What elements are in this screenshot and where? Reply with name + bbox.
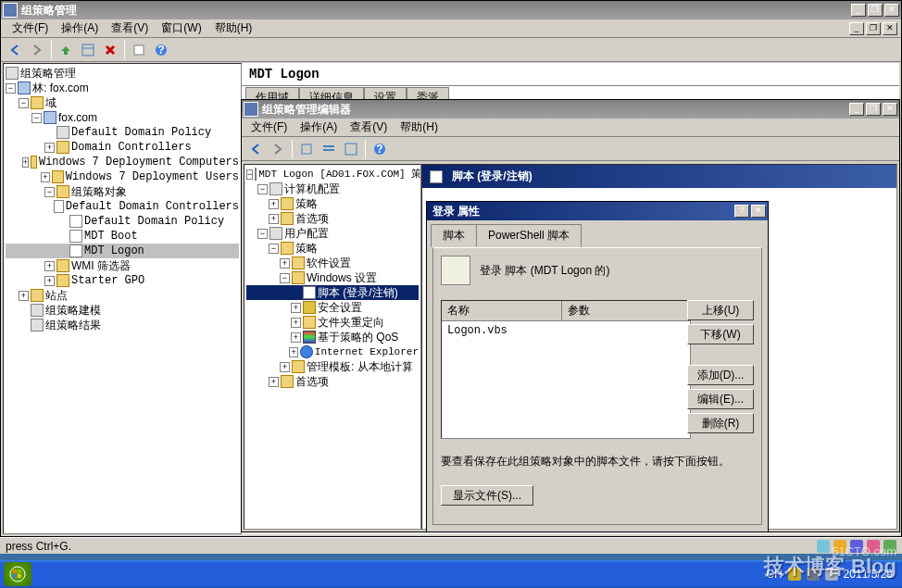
etree-admin[interactable]: +管理模板: 从本地计算: [246, 359, 419, 374]
tree-domain-fox[interactable]: −fox.com: [6, 110, 239, 125]
expand-icon[interactable]: +: [44, 143, 55, 153]
etree-qos[interactable]: +基于策略的 QoS: [246, 330, 419, 344]
tree-forest[interactable]: −林: fox.com: [6, 81, 239, 95]
editor-menu-action[interactable]: 操作(A): [294, 118, 343, 137]
dialog-title: 登录 属性: [429, 204, 734, 219]
menu-file[interactable]: 文件(F): [6, 19, 54, 38]
back-button[interactable]: [5, 40, 25, 60]
editor-minimize-button[interactable]: _: [849, 103, 864, 116]
etree-comp-prefs[interactable]: +首选项: [246, 211, 419, 226]
etree-sw[interactable]: +软件设置: [246, 256, 419, 270]
tree-gpo-ddp[interactable]: Default Domain Policy: [6, 214, 239, 229]
forward-button[interactable]: [27, 40, 47, 60]
tree-root[interactable]: 组策略管理: [6, 66, 239, 81]
etree-redir[interactable]: +文件夹重定向: [246, 315, 419, 330]
mdi-restore-button[interactable]: ❐: [866, 22, 881, 35]
col-name[interactable]: 名称: [442, 301, 562, 320]
tray-date[interactable]: 2011/5/29: [844, 568, 893, 581]
up-button[interactable]: [56, 40, 76, 60]
dialog-help-button[interactable]: ?: [734, 205, 749, 218]
tree-domains[interactable]: −域: [6, 95, 239, 110]
etree-root[interactable]: −MDT Logon [AD01.FOX.COM] 策略: [246, 167, 419, 181]
editor-menu-file[interactable]: 文件(F): [245, 118, 293, 137]
folder-icon: [292, 256, 305, 269]
etree-sec[interactable]: +安全设置: [246, 300, 419, 315]
etree-comp-policies[interactable]: +策略: [246, 196, 419, 211]
etree-scripts[interactable]: 脚本 (登录/注销): [246, 285, 419, 300]
tree-ddp[interactable]: Default Domain Policy: [6, 125, 239, 140]
details-view-button[interactable]: [78, 40, 98, 60]
list-item[interactable]: Logon.vbs: [442, 321, 690, 339]
scripts-listbox[interactable]: 名称 参数 Logon.vbs: [441, 300, 691, 439]
collapse-icon[interactable]: −: [19, 98, 29, 108]
tab-scripts[interactable]: 脚本: [431, 224, 477, 247]
editor-details-button[interactable]: [341, 139, 361, 159]
tree-results[interactable]: 组策略结果: [6, 318, 239, 332]
close-button[interactable]: ✕: [884, 4, 899, 17]
editor-maximize-button[interactable]: ❐: [866, 103, 881, 116]
menu-help[interactable]: 帮助(H): [209, 19, 258, 38]
expand-icon[interactable]: +: [41, 172, 50, 182]
tray-volume-icon[interactable]: [825, 568, 838, 581]
editor-menu-help[interactable]: 帮助(H): [395, 118, 444, 137]
start-button[interactable]: [4, 562, 31, 586]
tree-wmi[interactable]: +WMI 筛选器: [6, 258, 239, 273]
edit-button[interactable]: 编辑(E)...: [687, 389, 754, 409]
maximize-button[interactable]: ❐: [868, 4, 883, 17]
remove-button[interactable]: 删除(R): [687, 413, 754, 433]
tree-w7u[interactable]: +Windows 7 Deployment Users: [6, 169, 239, 184]
collapse-icon[interactable]: −: [44, 187, 55, 197]
menu-action[interactable]: 操作(A): [56, 19, 104, 38]
delete-button[interactable]: [100, 40, 120, 60]
add-button[interactable]: 添加(D)...: [687, 365, 754, 385]
collapse-icon[interactable]: −: [6, 83, 16, 94]
tree-sites[interactable]: +站点: [6, 288, 239, 303]
expand-icon[interactable]: +: [44, 276, 55, 286]
dialog-close-button[interactable]: ✕: [751, 205, 766, 218]
tree-gpo-ddcp[interactable]: Default Domain Controllers: [6, 199, 239, 214]
tree-w7c[interactable]: +Windows 7 Deployment Computers: [6, 155, 239, 169]
move-up-button[interactable]: 上移(U): [687, 300, 754, 320]
etree-user-policies[interactable]: −策略: [246, 241, 419, 256]
tree-gpo-mdtboot[interactable]: MDT Boot: [6, 229, 239, 244]
menu-window[interactable]: 窗口(W): [156, 19, 207, 38]
show-files-button[interactable]: 显示文件(S)...: [441, 485, 533, 506]
tree-gpo-container[interactable]: −组策略对象: [6, 184, 239, 199]
collapse-icon[interactable]: −: [31, 113, 42, 123]
minimize-button[interactable]: _: [851, 4, 866, 17]
expand-icon[interactable]: +: [19, 291, 29, 301]
expand-icon[interactable]: +: [22, 157, 29, 168]
tree-modeling[interactable]: 组策略建模: [6, 303, 239, 318]
etree-computer[interactable]: −计算机配置: [246, 181, 419, 196]
properties-button[interactable]: [129, 40, 149, 60]
editor-list-button[interactable]: [319, 139, 339, 159]
etree-user[interactable]: −用户配置: [246, 226, 419, 241]
etree-ie[interactable]: +Internet Explorer: [246, 344, 419, 359]
editor-up-button[interactable]: [296, 139, 317, 159]
tray-network-icon[interactable]: [807, 568, 820, 581]
script-file-icon: [441, 256, 470, 285]
mdi-close-button[interactable]: ✕: [883, 22, 897, 35]
editor-tree-pane[interactable]: −MDT Logon [AD01.FOX.COM] 策略 −计算机配置 +策略 …: [244, 164, 421, 530]
help-button[interactable]: ?: [151, 40, 171, 60]
tree-dc[interactable]: +Domain Controllers: [6, 140, 239, 155]
editor-forward-button[interactable]: [268, 139, 288, 159]
etree-user-prefs[interactable]: +首选项: [246, 374, 419, 389]
move-down-button[interactable]: 下移(W): [687, 324, 754, 344]
tab-powershell[interactable]: PowerShell 脚本: [476, 224, 582, 247]
language-indicator[interactable]: CH: [766, 568, 782, 581]
col-param[interactable]: 参数: [562, 301, 690, 320]
tree-starter[interactable]: +Starter GPO: [6, 273, 239, 288]
domain-icon: [44, 111, 56, 124]
editor-menu-view[interactable]: 查看(V): [345, 118, 393, 137]
editor-back-button[interactable]: [245, 139, 266, 159]
editor-close-button[interactable]: ✕: [883, 103, 897, 116]
menu-view[interactable]: 查看(V): [106, 19, 154, 38]
etree-win[interactable]: −Windows 设置: [246, 270, 419, 285]
mdi-minimize-button[interactable]: _: [849, 22, 864, 35]
tray-icon[interactable]: [788, 568, 801, 581]
expand-icon[interactable]: +: [44, 261, 55, 271]
tree-gpo-mdtlogon[interactable]: MDT Logon: [6, 244, 239, 258]
console-tree-pane[interactable]: 组策略管理 −林: fox.com −域 −fox.com Default Do…: [3, 63, 242, 534]
editor-help-button[interactable]: ?: [370, 139, 390, 159]
